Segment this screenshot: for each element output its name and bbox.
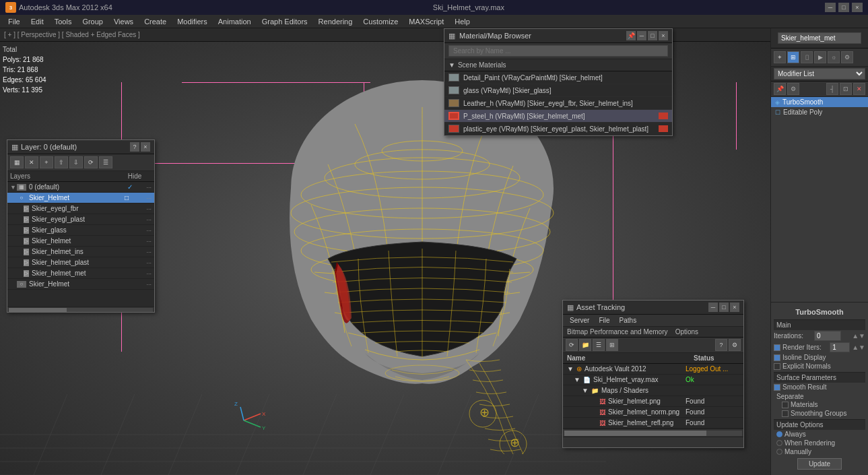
list-item[interactable]: - ▷ Skier_helmet ··· <box>7 236 154 247</box>
at-list-icon-btn[interactable]: ☰ <box>593 339 605 351</box>
layer-list[interactable]: ▼ ▦ 0 (default) ✓ ··· ▼ ○ Skier_Helmet □… <box>7 182 154 307</box>
mat-browser-close-button[interactable]: × <box>659 31 668 40</box>
list-item[interactable]: - ▷ Skier_eyegl_plast ··· <box>7 214 154 225</box>
menu-animation[interactable]: Animation <box>213 16 257 27</box>
menu-help[interactable]: Help <box>449 16 475 27</box>
modifier-remove-icon[interactable]: ✕ <box>853 83 865 95</box>
layer-btn-add[interactable]: + <box>40 156 53 168</box>
modifier-pin-icon[interactable]: 📌 <box>774 83 786 95</box>
menu-file[interactable]: File <box>3 16 26 27</box>
table-row[interactable]: 🖼 Skier_helmet.png Found <box>563 396 743 407</box>
render-iters-checkbox[interactable] <box>774 344 780 351</box>
layer-hide-btn[interactable]: ··· <box>135 216 152 223</box>
list-item[interactable]: - ▷ Skier_helmet_ins ··· <box>7 247 154 257</box>
render-iters-input[interactable] <box>830 342 850 352</box>
table-row[interactable]: ▼ 📄 Ski_Helmet_vray.max Ok <box>563 375 743 385</box>
render-iters-spinner[interactable]: ▲▼ <box>852 344 865 351</box>
layer-help-button[interactable]: ? <box>130 142 139 152</box>
menu-maxscript[interactable]: MAXScript <box>403 16 449 27</box>
at-maximize-button[interactable]: □ <box>719 303 729 312</box>
layer-hide-btn[interactable]: ··· <box>135 270 152 277</box>
list-item[interactable]: - ▷ Skier_eyegl_fbr ··· <box>7 203 154 214</box>
iterations-spinner[interactable]: ▲▼ <box>852 332 865 340</box>
table-row[interactable]: 🖼 Skier_helmet_refl.png Found <box>563 418 743 429</box>
layer-hide-btn[interactable]: ··· <box>135 227 152 234</box>
layer-scrollbar[interactable] <box>7 307 154 312</box>
rp-tab-utilities[interactable]: ⚙ <box>841 51 853 63</box>
mat-item[interactable]: plastic_eye (VRayMtl) [Skier_eyegl_plast… <box>444 123 672 135</box>
iterations-input[interactable] <box>814 331 841 341</box>
modifier-list-select[interactable]: Modifier List <box>774 68 865 80</box>
at-menu-server[interactable]: Server <box>566 316 593 325</box>
list-item[interactable]: ▼ ○ Skier_Helmet □ ··· <box>7 193 154 203</box>
menu-modifiers[interactable]: Modifiers <box>172 16 213 27</box>
mat-search-input[interactable] <box>448 45 668 57</box>
at-grid-icon-btn[interactable]: ⊞ <box>606 339 618 351</box>
at-menu-file[interactable]: File <box>595 316 613 325</box>
mat-item-selected[interactable]: P_steel_h (VRayMtl) [Skier_helmet_met] <box>444 110 672 123</box>
layer-btn-4[interactable]: ⇧ <box>55 156 68 168</box>
list-item[interactable]: ▼ ▦ 0 (default) ✓ ··· <box>7 182 154 193</box>
materials-checkbox[interactable] <box>782 402 789 408</box>
update-button[interactable]: Update <box>797 458 842 470</box>
layer-btn-7[interactable]: ☰ <box>99 156 112 168</box>
at-menu-paths[interactable]: Paths <box>615 316 641 325</box>
modifier-item-editpoly[interactable]: ☐ Editable Poly <box>771 107 868 117</box>
at-settings-icon[interactable]: ⚙ <box>729 339 741 351</box>
explicit-normals-checkbox[interactable] <box>774 363 780 370</box>
layer-hide-btn[interactable]: ··· <box>135 281 152 288</box>
always-radio[interactable] <box>776 431 782 437</box>
layer-btn-delete[interactable]: ✕ <box>25 156 38 168</box>
layer-hide-btn[interactable]: ··· <box>135 249 152 255</box>
rp-tab-create[interactable]: ✦ <box>774 51 786 63</box>
when-rendering-radio[interactable] <box>776 440 782 446</box>
rp-tab-modify[interactable]: ⊞ <box>787 51 799 63</box>
isoline-checkbox[interactable] <box>774 354 780 361</box>
minimize-button[interactable]: ─ <box>825 3 836 12</box>
modifier-item-turbosmooth[interactable]: ◈ TurboSmooth <box>771 97 868 107</box>
at-minimize-button[interactable]: ─ <box>708 303 718 312</box>
smoothing-groups-checkbox[interactable] <box>782 410 789 417</box>
menu-tools[interactable]: Tools <box>49 16 77 27</box>
menu-rendering[interactable]: Rendering <box>313 16 358 27</box>
list-item[interactable]: - ○ Skier_Helmet ··· <box>7 279 154 290</box>
table-row[interactable]: ▼ 📁 Maps / Shaders <box>563 385 743 396</box>
mat-browser-pin-button[interactable]: 📌 <box>626 31 636 40</box>
list-item[interactable]: - ▷ Skier_glass ··· <box>7 225 154 236</box>
at-submenu-options[interactable]: Options <box>675 328 698 336</box>
smooth-result-checkbox[interactable] <box>774 384 780 391</box>
close-button[interactable]: × <box>852 3 863 12</box>
layer-btn-5[interactable]: ⇩ <box>69 156 83 168</box>
layer-btn-6[interactable]: ⟳ <box>84 156 98 168</box>
table-row[interactable]: ▼ ⊛ Autodesk Vault 2012 Logged Out ... <box>563 364 743 375</box>
rp-tab-motion[interactable]: ▶ <box>814 51 826 63</box>
at-submenu-bitmap[interactable]: Bitmap Performance and Memory <box>567 328 668 336</box>
menu-customize[interactable]: Customize <box>358 16 403 27</box>
modifier-channel-icon[interactable]: ┤ <box>826 83 838 95</box>
mat-item[interactable]: Detail_Paint (VRayCarPaintMtl) [Skier_he… <box>444 71 672 84</box>
modifier-config-icon[interactable]: ⚙ <box>787 83 799 95</box>
layer-btn-1[interactable]: ▦ <box>10 156 24 168</box>
manually-radio[interactable] <box>776 449 782 455</box>
at-scrollbar[interactable] <box>563 429 743 437</box>
menu-views[interactable]: Views <box>108 16 139 27</box>
layer-close-button[interactable]: × <box>141 142 150 152</box>
mat-item[interactable]: Leather_h (VRayMtl) [Skier_eyegl_fbr, Sk… <box>444 97 672 110</box>
menu-group[interactable]: Group <box>77 16 108 27</box>
layer-hide-btn[interactable]: ··· <box>135 259 152 266</box>
mat-browser-maximize-button[interactable]: □ <box>648 31 657 40</box>
menu-edit[interactable]: Edit <box>26 16 49 27</box>
menu-create[interactable]: Create <box>139 16 172 27</box>
menu-graph-editors[interactable]: Graph Editors <box>257 16 313 27</box>
at-scrollbar-thumb[interactable] <box>564 431 706 436</box>
layer-hide-btn[interactable]: ··· <box>135 184 152 191</box>
at-scrollbar-track[interactable] <box>564 431 742 436</box>
layer-hide-btn[interactable]: ··· <box>135 238 152 245</box>
rp-tab-display[interactable]: ☼ <box>828 51 840 63</box>
at-close-button[interactable]: × <box>730 303 739 312</box>
layer-hide-btn[interactable]: ··· <box>135 205 152 212</box>
list-item[interactable]: - ▷ Skier_helmet_plast ··· <box>7 257 154 268</box>
at-refresh-icon[interactable]: ⟳ <box>566 339 578 351</box>
mat-item[interactable]: glass (VRayMtl) [Skier_glass] <box>444 84 672 97</box>
mat-browser-minimize-button[interactable]: ─ <box>637 31 646 40</box>
